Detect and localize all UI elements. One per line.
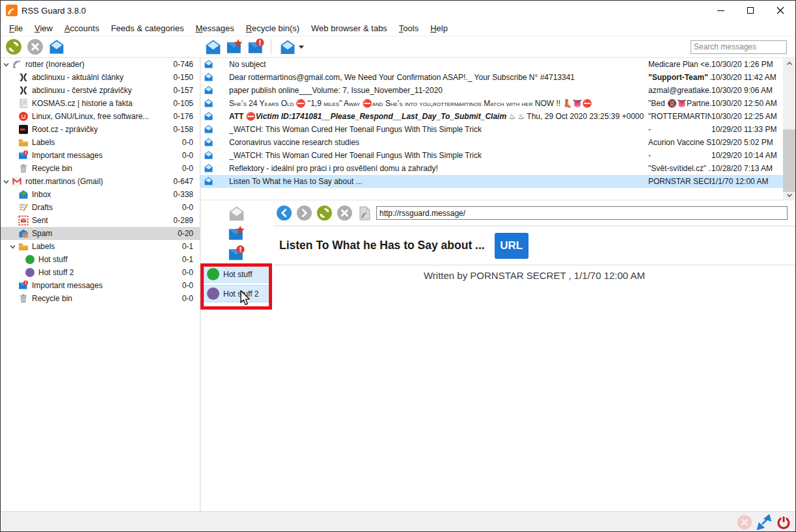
message-date: 10/30/20 9:06 AM <box>711 86 783 95</box>
label-toggle-hot-stuff-2[interactable]: Hot stuff 2 <box>204 285 269 302</box>
open-url-button[interactable]: URL <box>495 233 528 259</box>
message-author: "ROTTERMARTIN... <box>648 112 711 121</box>
power-icon[interactable] <box>776 514 791 530</box>
message-row[interactable]: Dear rottermartinos@gmail.com, We Need Y… <box>200 71 783 84</box>
feed-row-abclinuxu-aktu-ln-l-nky[interactable]: abclinuxu - aktuální články 0-150 <box>1 71 200 84</box>
feed-row-abclinuxu-erstv-zpr-vi-ky[interactable]: abclinuxu - čerstvé zprávičky 0-157 <box>1 84 200 97</box>
trash-icon <box>18 293 29 304</box>
feed-unread-count: 0-647 <box>173 177 200 186</box>
menu-view[interactable]: View <box>29 21 59 35</box>
message-row[interactable]: _WATCH: This Woman Cured Her Toenail Fun… <box>200 149 783 162</box>
menu-web-browser-tabs[interactable]: Web browser & tabs <box>305 21 393 35</box>
feed-row-important-messages[interactable]: Important messages 0-0 <box>1 279 200 292</box>
message-row[interactable]: No subject Medicare Plan <e... 10/30/20 … <box>200 58 783 71</box>
chevron-spacer <box>9 217 18 224</box>
stop-disabled-icon <box>737 514 752 530</box>
feed-row-kosmas-cz-historie-a-fakta[interactable]: KOSMAS.cz | historie a fakta 0-105 <box>1 97 200 110</box>
chevron-expanded-icon[interactable] <box>9 243 18 250</box>
message-author: "Bed 🔞👅Partne... <box>648 99 711 108</box>
menu-recycle-bin-s[interactable]: Recycle bin(s) <box>240 21 305 35</box>
minimize-icon[interactable] <box>706 1 735 20</box>
chevron-expanded-icon[interactable] <box>3 60 11 68</box>
message-body <box>273 286 795 511</box>
label-purple-icon <box>24 267 35 278</box>
title-bar: RSS Guard 3.8.0 <box>1 1 795 20</box>
back-button[interactable] <box>276 205 292 221</box>
message-subject: ATT ⛔Victim ID:1741081__Please_Respond__… <box>229 112 648 121</box>
feed-row-hot-stuff-2[interactable]: Hot stuff 2 0-0 <box>1 266 200 279</box>
menu-file[interactable]: File <box>3 21 29 35</box>
message-row[interactable]: Listen To What he Has to Say about ... P… <box>200 175 783 188</box>
label-toggle-hot-stuff[interactable]: Hot stuff <box>204 265 269 283</box>
back-icon <box>276 205 292 221</box>
feed-label: Important messages <box>32 151 182 160</box>
scrollbar-thumb[interactable] <box>783 129 795 192</box>
feed-row-spam[interactable]: Spam 0-20 <box>1 227 200 240</box>
feed-unread-count: 0-20 <box>178 229 200 238</box>
toggle-read-button[interactable] <box>225 204 247 223</box>
mark-all-read-button[interactable] <box>48 38 66 56</box>
message-row[interactable]: Coronavirus vaccine research studies Acu… <box>200 136 783 149</box>
chevron-spacer <box>9 230 18 237</box>
mark-message-read-button[interactable] <box>204 38 222 56</box>
feed-row-rotter-martinos-gmail[interactable]: rotter.martinos (Gmail) 0-647 <box>1 175 200 188</box>
close-icon[interactable] <box>765 1 795 20</box>
feed-row-hot-stuff[interactable]: Hot stuff 0-1 <box>1 253 200 266</box>
url-input[interactable] <box>376 206 788 220</box>
mail-star-icon <box>226 38 243 56</box>
message-subject: Dear rottermartinos@gmail.com, We Need Y… <box>229 73 648 82</box>
message-row[interactable]: She's 24 Years Old ⛔ "1,9 miles" Away ⛔a… <box>200 97 783 110</box>
drafts-icon <box>18 202 29 213</box>
feed-row-rotter-inoreader[interactable]: rotter (Inoreader) 0-746 <box>1 58 200 71</box>
feed-row-labels[interactable]: Labels 0-0 <box>1 136 200 149</box>
message-row[interactable]: Reflektory - ideální pro práci i pro osv… <box>200 162 783 175</box>
mark-important-button[interactable] <box>225 244 247 263</box>
forward-button[interactable] <box>296 205 312 221</box>
message-row[interactable]: paper publish online___Volume: 7, Issue_… <box>200 84 783 97</box>
message-title-strip: Listen To What he Has to Say about ... U… <box>273 226 795 265</box>
feed-row-important-messages[interactable]: Important messages 0-0 <box>1 149 200 162</box>
sync-all-button[interactable] <box>5 38 23 56</box>
menu-messages[interactable]: Messages <box>189 21 240 35</box>
message-date: 10/29/20 11:33 PM <box>711 125 783 134</box>
feed-row-recycle-bin[interactable]: Recycle bin 0-0 <box>1 162 200 175</box>
message-date: 1/1/70 12:00 AM <box>711 177 783 186</box>
message-title: Listen To What he Has to Say about ... <box>279 239 485 252</box>
scroll-up-icon[interactable] <box>783 58 795 69</box>
feed-row-sent[interactable]: Sent 0-289 <box>1 214 200 227</box>
feed-row-linux-gnu-linux-free-software[interactable]: Linux, GNU/Linux, free software... 0-176 <box>1 110 200 123</box>
message-list-scrollbar[interactable] <box>783 58 795 200</box>
messages-toolbar <box>200 38 795 56</box>
menu-tools[interactable]: Tools <box>393 21 424 35</box>
fullscreen-icon[interactable] <box>756 514 772 530</box>
feeds-panel: rotter (Inoreader) 0-746 abclinuxu - akt… <box>1 58 200 511</box>
message-row[interactable]: ATT ⛔Victim ID:1741081__Please_Respond__… <box>200 110 783 123</box>
feed-label: Recycle bin <box>32 164 182 173</box>
mark-selection-read-dropdown-button[interactable] <box>277 38 306 56</box>
reload-button[interactable] <box>316 205 333 221</box>
mark-important-read-button[interactable] <box>247 38 265 56</box>
switch-importance-button[interactable] <box>225 38 243 56</box>
toggle-importance-button[interactable] <box>225 224 247 243</box>
scroll-down-icon[interactable] <box>783 189 795 200</box>
feed-row-drafts[interactable]: Drafts 0-0 <box>1 201 200 214</box>
stop-button[interactable] <box>336 205 353 221</box>
message-subject: Listen To What he Has to Say about ... <box>229 177 648 186</box>
feed-row-root-cz-zpr-vi-ky[interactable]: Root.cz - zprávičky 0-158 <box>1 123 200 136</box>
message-subject: paper publish online___Volume: 7, Issue_… <box>229 86 648 95</box>
search-input[interactable] <box>691 40 787 54</box>
feed-row-recycle-bin[interactable]: Recycle bin 0-0 <box>1 292 200 305</box>
abclinuxu-icon <box>18 85 29 96</box>
message-author: PORNSTAR SECR... <box>648 177 711 186</box>
menu-help[interactable]: Help <box>424 21 454 35</box>
menu-accounts[interactable]: Accounts <box>59 21 105 35</box>
maximize-icon[interactable] <box>735 1 765 20</box>
message-author: Medicare Plan <e... <box>648 60 711 69</box>
feed-row-inbox[interactable]: Inbox 0-338 <box>1 188 200 201</box>
menu-feeds-categories[interactable]: Feeds & categories <box>105 21 189 35</box>
chevron-expanded-icon[interactable] <box>3 178 11 185</box>
feed-unread-count: 0-176 <box>173 112 200 121</box>
stop-running-tasks-button[interactable] <box>26 38 44 56</box>
feed-row-labels[interactable]: Labels 0-1 <box>1 240 200 253</box>
message-row[interactable]: _WATCH: This Woman Cured Her Toenail Fun… <box>200 123 783 136</box>
